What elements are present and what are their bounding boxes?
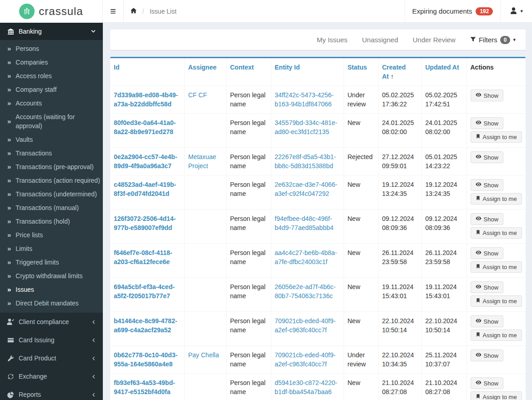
assignee-link[interactable]: CF CF <box>188 91 207 99</box>
assign-to-me-button[interactable]: Assign to me <box>471 391 522 400</box>
sidebar-section-exchange-link[interactable]: Exchange <box>0 367 103 385</box>
entity-id-link[interactable]: d5941e30-c872-4220-b1df-bba454a7baa6 <box>275 379 338 395</box>
entity-id-link[interactable]: 26056e2e-ad7f-4b6c-80b7-754063c7136c <box>275 283 336 300</box>
sidebar-toggle-button[interactable]: ≡ <box>103 0 123 22</box>
show-button[interactable]: Show <box>471 377 504 389</box>
assign-to-me-button[interactable]: Assign to me <box>471 227 522 239</box>
show-button[interactable]: Show <box>471 151 504 163</box>
column-header-created-at[interactable]: Created At↑ <box>378 58 421 86</box>
assign-to-me-button[interactable]: Assign to me <box>471 131 522 143</box>
issue-id-link[interactable]: fb93ef63-4a53-49bd-9417-e5152bf4d0fa <box>114 379 175 395</box>
user-icon <box>510 7 517 16</box>
column-header-assignee[interactable]: Assignee <box>184 58 226 86</box>
cell-context: Person legal name <box>226 374 271 400</box>
sidebar-item-label: Crypto withdrawal limits <box>15 271 82 280</box>
issue-id-link[interactable]: f646ef7e-08cf-4118-a203-cf6a12fece6e <box>114 249 172 265</box>
cell-assignee: Metaxuae Project <box>184 148 226 175</box>
sidebar-section-banking-link[interactable]: Banking <box>0 23 103 40</box>
user-menu-button[interactable]: ▾ <box>501 0 532 22</box>
sidebar-item-transactions-manual[interactable]: » Transactions (manual) <box>0 201 103 215</box>
show-button[interactable]: Show <box>471 315 504 327</box>
sidebar-section-card-issuing-link[interactable]: Card Issuing <box>0 331 103 349</box>
filter-unassigned[interactable]: Unassigned <box>362 36 398 44</box>
show-button[interactable]: Show <box>471 90 504 101</box>
issue-id-link[interactable]: 0b62c778-0c10-40d3-955a-164e5860a4e8 <box>114 351 177 368</box>
sidebar-item-issues[interactable]: » Issues <box>0 283 103 296</box>
entity-id-link[interactable]: f94efbee-d48c-496f-b4d9-77aed85abbb4 <box>275 215 334 231</box>
cell-updated-at: 09.12.2024 08:09:36 <box>421 210 466 244</box>
issue-id-link[interactable]: b41464ce-8c99-4782-a699-c4a2acf29a52 <box>114 317 177 334</box>
issue-id-link[interactable]: 80f0ed3e-0a64-41a0-8a22-8b9e971ed278 <box>114 119 176 135</box>
sidebar-item-persons[interactable]: » Persons <box>0 42 103 55</box>
sidebar-section-client-compliance-link[interactable]: Client compliance <box>0 313 103 331</box>
filters-dropdown-button[interactable]: Filters 0 ▾ <box>470 36 516 44</box>
sidebar-item-crypto-withdrawal-limits[interactable]: » Crypto withdrawal limits <box>0 269 103 283</box>
column-header-context[interactable]: Context <box>226 58 271 86</box>
sidebar-item-transactions-action-required[interactable]: » Transactions (action required) <box>0 174 103 187</box>
sidebar-item-limits[interactable]: » Limits <box>0 242 103 255</box>
show-button[interactable]: Show <box>471 179 504 191</box>
show-button[interactable]: Show <box>471 117 504 129</box>
column-header-id[interactable]: Id <box>110 58 184 86</box>
show-button[interactable]: Show <box>471 350 504 361</box>
entity-id-link[interactable]: 22267e8f-d5a5-43b1-bb8c-5d83d15388bd <box>275 153 336 170</box>
angle-double-right-icon: » <box>7 72 11 80</box>
column-header-updated-at[interactable]: Updated At <box>421 58 466 86</box>
assign-to-me-button[interactable]: Assign to me <box>471 193 522 205</box>
issues-table-panel: Id Assignee Context Entity Id Status Cre… <box>110 57 526 400</box>
entity-id-link[interactable]: 2e632cae-d3e7-4066-a3ef-c92f4c047292 <box>275 181 338 197</box>
column-header-entity-id[interactable]: Entity Id <box>271 58 344 86</box>
sidebar-item-companies[interactable]: » Companies <box>0 55 103 69</box>
filter-my-issues[interactable]: My Issues <box>317 36 348 44</box>
sidebar-item-vaults[interactable]: » Vaults <box>0 133 103 146</box>
entity-id-link[interactable]: 709021cb-eded-40f9-a2ef-c963fc40cc7f <box>275 317 336 334</box>
sidebar-item-transactions-undetermined[interactable]: » Transactions (undetermined) <box>0 187 103 201</box>
show-button[interactable]: Show <box>471 281 504 293</box>
column-header-status[interactable]: Status <box>344 58 378 86</box>
angle-double-right-icon: » <box>7 258 11 266</box>
sidebar-submenu-item: » Price lists <box>0 228 103 242</box>
sidebar-submenu-item: » Access roles <box>0 69 103 83</box>
sidebar-item-accounts-waiting-for-approval[interactable]: » Accounts (waiting for approval) <box>0 110 103 133</box>
show-button[interactable]: Show <box>471 213 504 225</box>
caret-down-icon: ▾ <box>520 8 523 14</box>
issue-id-link[interactable]: 694a5cbf-ef3a-4ced-a5f2-f205017b77e7 <box>114 283 175 300</box>
show-button[interactable]: Show <box>471 247 504 259</box>
breadcrumb: / Issue List <box>124 0 183 22</box>
cell-created-at: 24.01.2025 08:02:00 <box>378 114 421 148</box>
angle-double-right-icon: » <box>7 285 11 294</box>
assign-to-me-button[interactable]: Assign to me <box>471 330 522 341</box>
angle-double-right-icon: » <box>7 272 11 280</box>
issue-id-link[interactable]: c48523ad-4aef-419b-8f3f-e0d74fd2041d <box>114 181 176 197</box>
sidebar-item-direct-debit-mandates[interactable]: » Direct Debit mandates <box>0 296 103 310</box>
sidebar-section-card-product-link[interactable]: Card Product <box>0 349 103 367</box>
sidebar-submenu-item: » Persons <box>0 42 103 55</box>
issue-id-link[interactable]: 7d339a98-ed08-4b49-a73a-b22ddbffc58d <box>114 91 178 108</box>
issue-id-link[interactable]: 0e2a2904-cc57-4e4b-89d9-4f9a0a96a3c7 <box>114 153 177 170</box>
sidebar-item-triggered-limits[interactable]: » Triggered limits <box>0 255 103 269</box>
sidebar-item-price-lists[interactable]: » Price lists <box>0 228 103 242</box>
assign-to-me-button[interactable]: Assign to me <box>471 295 522 307</box>
cell-status: New <box>344 210 378 244</box>
expiring-documents-link[interactable]: Expiring documents 192 <box>405 0 501 22</box>
entity-id-link[interactable]: 34ff242c-5473-4256-b163-94b1df847066 <box>275 91 334 108</box>
issue-id-link[interactable]: 126f3072-2506-4d14-977b-e589007ef9dd <box>114 215 176 231</box>
sidebar-item-transactions[interactable]: » Transactions <box>0 146 103 160</box>
assign-to-me-button[interactable]: Assign to me <box>471 261 522 273</box>
home-icon[interactable] <box>130 7 137 15</box>
assignee-link[interactable]: Metaxuae Project <box>188 153 216 170</box>
sidebar-section-reports-link[interactable]: Reports <box>0 385 103 400</box>
entity-id-link[interactable]: 345579bd-334c-481e-ad80-ec3fd1cf2135 <box>275 119 338 135</box>
entity-id-link[interactable]: aa4c4c27-be6b-4b8a-a7fe-dfbc24003c1f <box>275 249 337 265</box>
sidebar-item-company-staff[interactable]: » Company staff <box>0 83 103 96</box>
sidebar-item-access-roles[interactable]: » Access roles <box>0 69 103 83</box>
sidebar-item-accounts[interactable]: » Accounts <box>0 96 103 110</box>
sidebar-item-transactions-hold[interactable]: » Transactions (hold) <box>0 215 103 228</box>
brand-logo[interactable]: crassula <box>0 0 103 23</box>
filter-under-review[interactable]: Under Review <box>413 36 456 44</box>
sidebar-item-transactions-pre-approval[interactable]: » Transactions (pre-approval) <box>0 160 103 174</box>
entity-id-link[interactable]: 709021cb-eded-40f9-a2ef-c963fc40cc7f <box>275 351 336 368</box>
assignee-link[interactable]: Pay Chella <box>188 351 219 359</box>
breadcrumb-page: Issue List <box>150 8 177 15</box>
sidebar-section-client-compliance: Client compliance <box>0 313 103 331</box>
